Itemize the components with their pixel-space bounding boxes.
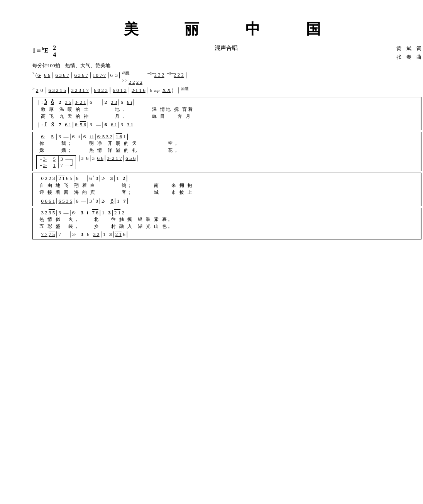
intro-section: > （6· 6 6│6 3 6 7│6 3 6 7│i 0 7·7│6 3│ 稍… — [32, 71, 421, 94]
score-title: 美 丽 中 国 — [32, 17, 421, 39]
key-time-display: 1＝bE 24 — [32, 44, 56, 61]
author-display: 黄 斌 词张 秦 曲 — [396, 44, 421, 61]
score-header: 1＝bE 24 混声合唱 黄 斌 词张 秦 曲 — [32, 44, 421, 61]
section-2: │ 6· 5 │3 —│6 i│6 i i│6· 5 3 2│1 6 1│ 你 … — [32, 132, 421, 171]
score-page: 美 丽 中 国 1＝bE 24 混声合唱 黄 斌 词张 秦 曲 每分钟100拍 … — [15, 8, 423, 504]
section-3: │ 0 2 2 3│2 1 6 5│6 —│6 \ 0│2· 3│1 2│ 自 … — [32, 173, 421, 206]
tempo-display: 每分钟100拍 热情、大气、赞美地 — [32, 62, 421, 69]
vocal-type-display: 混声合唱 — [215, 44, 238, 61]
section-1: ｜: 3̄ 6̄ │2 3 5│3· 2 1│6 —│2 2 3│6 6 i│ … — [32, 97, 421, 130]
section-4: │ 3 2 3 5│3 —│6· 3│i 7 6│1 3│2 1 2│ 热 情 … — [32, 208, 421, 239]
